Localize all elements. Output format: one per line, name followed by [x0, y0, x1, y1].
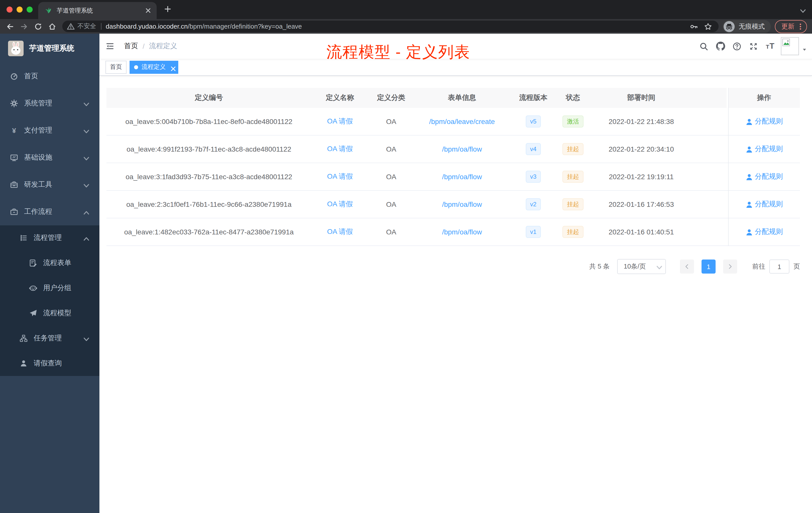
definition-name-link[interactable]: OA 请假 — [327, 200, 353, 209]
hamburger-icon[interactable] — [99, 34, 120, 59]
cell-category: OA — [369, 108, 414, 135]
prev-page-button[interactable] — [680, 260, 694, 274]
password-key-icon[interactable] — [688, 21, 700, 31]
bookmark-star-icon[interactable] — [702, 21, 714, 31]
form-link[interactable]: /bpm/oa/flow — [442, 173, 482, 181]
assign-rule-button[interactable]: 分配规则 — [745, 200, 783, 209]
chevron-down-icon — [82, 155, 88, 161]
user-avatar[interactable] — [781, 37, 799, 55]
sidebar-item-home[interactable]: 首页 — [0, 63, 99, 90]
tag-close-icon[interactable] — [169, 65, 174, 69]
browser-tab-strip: 芋道管理系统 — [0, 0, 812, 19]
tab-close-icon[interactable] — [144, 6, 153, 15]
cell-definition-id: oa_leave:4:991f2193-7b7f-11ec-a3c8-acde4… — [107, 135, 311, 163]
sidebar-item-infrastructure[interactable]: 基础设施 — [0, 144, 99, 171]
user-icon — [745, 229, 752, 235]
dashboard-icon — [10, 72, 18, 80]
browser-update-button[interactable]: 更新 — [775, 20, 807, 33]
definition-name-link[interactable]: OA 请假 — [327, 172, 353, 181]
url-text[interactable]: dashboard.yudao.iocoder.cn/bpm/manager/d… — [106, 23, 686, 30]
security-label[interactable]: 不安全 — [77, 22, 96, 31]
tag-process-definition[interactable]: 流程定义 — [129, 60, 178, 73]
cell-deploy-time: 2022-01-16 01:40:51 — [589, 218, 693, 245]
fullscreen-icon[interactable] — [745, 34, 762, 59]
security-warning-icon[interactable] — [67, 23, 74, 30]
url-bar[interactable]: 不安全 dashboard.yudao.iocoder.cn/bpm/manag… — [62, 21, 719, 32]
sidebar-item-dev-tools[interactable]: 研发工具 — [0, 171, 99, 198]
app: 芋道管理系统 首页系统管理¥支付管理基础设施研发工具工作流程流程管理流程表单用户… — [0, 34, 812, 513]
sidebar-item-label: 请假查询 — [34, 359, 62, 368]
sidebar-item-process-form[interactable]: 流程表单 — [0, 250, 99, 276]
status-tag: 激活 — [562, 116, 583, 127]
close-window-button[interactable] — [6, 6, 12, 12]
next-page-button[interactable] — [723, 260, 737, 274]
breadcrumb-home[interactable]: 首页 — [124, 42, 138, 51]
browser-toolbar: 不安全 dashboard.yudao.iocoder.cn/bpm/manag… — [0, 19, 812, 34]
cell-category: OA — [369, 218, 414, 245]
page-size-select[interactable]: 10条/页 — [617, 259, 666, 274]
avatar-caret-icon[interactable] — [802, 47, 807, 52]
column-header: 状态 — [556, 88, 589, 108]
form-link[interactable]: /bpm/oa/flow — [442, 228, 482, 236]
forward-button[interactable] — [17, 20, 31, 33]
sidebar-item-system-admin[interactable]: 系统管理 — [0, 90, 99, 117]
cell-deploy-time: 2022-01-16 17:46:53 — [589, 191, 693, 218]
sidebar-item-leave-query[interactable]: 请假查询 — [0, 351, 99, 376]
version-tag: v1 — [525, 226, 541, 238]
font-size-icon[interactable]: TT — [762, 34, 778, 59]
chevron-down-icon — [82, 182, 88, 188]
help-icon[interactable] — [729, 34, 745, 59]
chevron-down-icon — [82, 335, 88, 341]
sidebar-item-user-group[interactable]: 用户分组 — [0, 276, 99, 301]
chevron-down-icon — [82, 100, 88, 107]
table-row: oa_leave:2:3c1f0ef1-76b1-11ec-9c66-a2380… — [107, 191, 800, 218]
home-button[interactable] — [45, 20, 59, 33]
sidebar-logo[interactable]: 芋道管理系统 — [0, 34, 99, 63]
minimize-window-button[interactable] — [17, 6, 23, 12]
definition-name-link[interactable]: OA 请假 — [327, 228, 353, 236]
sidebar-item-workflow[interactable]: 工作流程 — [0, 198, 99, 225]
reload-button[interactable] — [31, 20, 45, 33]
app-navbar: 首页 / 流程定义 流程模型 - 定义列表 TT — [99, 34, 812, 59]
sidebar: 芋道管理系统 首页系统管理¥支付管理基础设施研发工具工作流程流程管理流程表单用户… — [0, 34, 99, 513]
cell-definition-id: oa_leave:2:3c1f0ef1-76b1-11ec-9c66-a2380… — [107, 191, 311, 218]
browser-menu-icon[interactable] — [796, 22, 805, 30]
page-number-button[interactable]: 1 — [701, 260, 716, 274]
form-link[interactable]: /bpm/oa/leave/create — [429, 117, 495, 125]
sidebar-item-process-admin[interactable]: 流程管理 — [0, 225, 99, 250]
tab-strip-chevron-icon[interactable] — [799, 7, 805, 13]
status-tag: 挂起 — [562, 143, 583, 155]
table-header: 定义编号定义名称定义分类表单信息流程版本状态部署时间操作 — [107, 88, 800, 108]
fixed-column-divider — [728, 88, 729, 246]
breadcrumb-current: 流程定义 — [149, 42, 177, 51]
window-controls[interactable] — [6, 6, 33, 12]
cell-definition-id: oa_leave:3:1fad3d93-7b75-11ec-a3c8-acde4… — [107, 163, 311, 190]
new-tab-button[interactable] — [164, 5, 173, 14]
tag-home[interactable]: 首页 — [106, 60, 126, 73]
user-icon — [745, 173, 752, 180]
form-link[interactable]: /bpm/oa/flow — [442, 200, 482, 208]
definition-name-link[interactable]: OA 请假 — [327, 145, 353, 154]
column-header: 定义分类 — [369, 88, 414, 108]
definition-name-link[interactable]: OA 请假 — [327, 117, 353, 126]
assign-rule-button[interactable]: 分配规则 — [745, 228, 783, 236]
maximize-window-button[interactable] — [27, 6, 33, 12]
assign-rule-button[interactable]: 分配规则 — [745, 117, 783, 126]
sidebar-item-task-admin[interactable]: 任务管理 — [0, 326, 99, 351]
sidebar-item-payment-admin[interactable]: ¥支付管理 — [0, 117, 99, 144]
sidebar-item-process-model[interactable]: 流程模型 — [0, 301, 99, 326]
svg-text:¥: ¥ — [12, 127, 16, 134]
goto-page-input[interactable]: 1 — [769, 260, 789, 274]
browser-tab[interactable]: 芋道管理系统 — [38, 2, 157, 19]
user-icon — [745, 118, 752, 125]
form-link[interactable]: /bpm/oa/flow — [442, 145, 482, 153]
github-icon[interactable] — [712, 34, 729, 59]
tab-title: 芋道管理系统 — [57, 6, 144, 15]
cell-category: OA — [369, 135, 414, 163]
back-button[interactable] — [3, 20, 17, 33]
assign-rule-button[interactable]: 分配规则 — [745, 172, 783, 181]
search-icon[interactable] — [696, 34, 712, 59]
sidebar-item-label: 任务管理 — [34, 334, 62, 343]
assign-rule-button[interactable]: 分配规则 — [745, 145, 783, 154]
breadcrumb: 首页 / 流程定义 — [124, 42, 177, 51]
